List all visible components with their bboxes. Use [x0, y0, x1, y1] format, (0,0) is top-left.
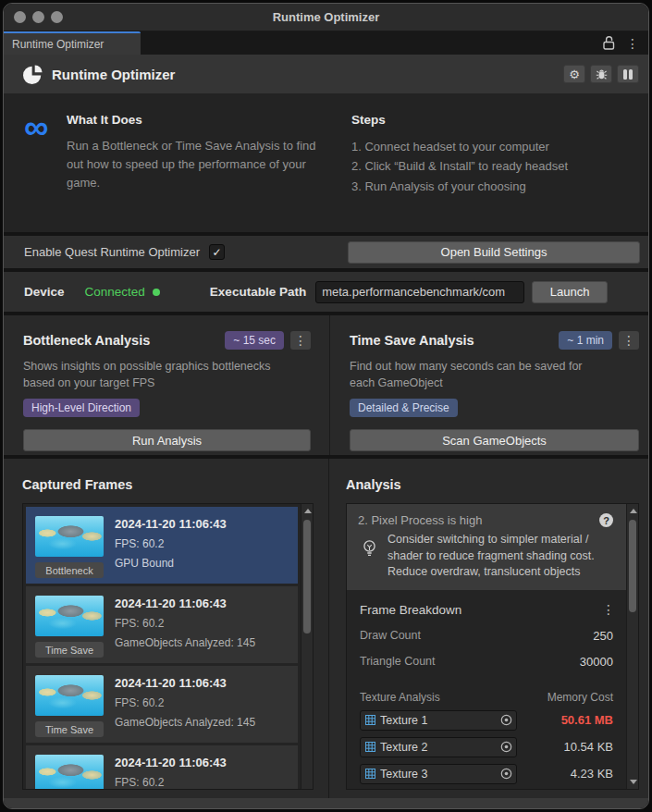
- analysis-column: Analysis 2. Pixel Process is high ? Cons…: [329, 459, 648, 798]
- frame-timestamp: 2024-11-20 11:06:43: [115, 517, 227, 531]
- object-picker-icon[interactable]: [499, 740, 513, 754]
- gear-icon: ⚙: [569, 68, 580, 81]
- lightbulb-icon: [362, 539, 380, 581]
- duration-badge: ~ 1 min: [559, 331, 612, 350]
- stat-row: Draw Count 250: [347, 629, 626, 643]
- tab-runtime-optimizer[interactable]: Runtime Optimizer: [4, 31, 141, 55]
- frames-scrollbar[interactable]: [301, 504, 313, 789]
- texture-memory-cost: 50.61 MB: [517, 713, 613, 727]
- card-menu-button[interactable]: ⋮: [619, 331, 639, 350]
- frame-thumbnail: [35, 755, 104, 789]
- texture-analysis-label: Texture Analysis: [360, 691, 547, 704]
- texture-grid-icon: [365, 715, 375, 725]
- card-tag-badge: High-Level Direction: [23, 399, 140, 417]
- frame-thumbnail: [35, 675, 104, 716]
- scan-gameobjects-button[interactable]: Scan GameObjects: [350, 429, 639, 451]
- texture-row: Texture 1 50.61 MB: [347, 710, 626, 731]
- frame-list-item[interactable]: 2024-11-20 11:06:43 FPS: 60.2: [26, 745, 298, 789]
- frame-list-item[interactable]: Time Save 2024-11-20 11:06:43 FPS: 60.2 …: [26, 666, 298, 743]
- executable-path-input[interactable]: meta.performancebenchmark/com: [315, 281, 524, 303]
- scrollbar-thumb[interactable]: [303, 520, 311, 634]
- scrollbar-thumb[interactable]: [629, 520, 636, 612]
- device-row: Device Connected Executable Path meta.pe…: [4, 272, 648, 312]
- scroll-up-icon[interactable]: [304, 509, 312, 513]
- texture-object-field[interactable]: Texture 3: [360, 764, 517, 784]
- enable-checkbox[interactable]: ✓: [209, 244, 225, 260]
- texture-memory-cost: 10.54 KB: [517, 740, 613, 754]
- object-picker-icon[interactable]: [499, 713, 513, 727]
- texture-object-field[interactable]: Texture 1: [360, 710, 517, 731]
- frame-list-item[interactable]: Bottleneck 2024-11-20 11:06:43 FPS: 60.2…: [26, 507, 298, 584]
- frame-timestamp: 2024-11-20 11:06:43: [115, 597, 255, 610]
- stat-value: 250: [593, 629, 613, 643]
- insight-suggestion: Consider switching to simpler material /…: [388, 532, 617, 581]
- memory-cost-label: Memory Cost: [547, 691, 613, 704]
- card-menu-button[interactable]: ⋮: [290, 331, 311, 350]
- frame-detail: GameObjects Analyzed: 145: [115, 636, 255, 649]
- analysis-panel: 2. Pixel Process is high ? Consider swit…: [346, 503, 639, 790]
- duration-badge: ~ 15 sec: [225, 331, 284, 350]
- insight-box: 2. Pixel Process is high ? Consider swit…: [347, 504, 626, 590]
- texture-row: Texture 2 10.54 KB: [347, 737, 626, 757]
- run-analysis-button[interactable]: Run Analysis: [23, 429, 311, 451]
- frame-detail: GPU Bound: [115, 557, 227, 570]
- enable-label: Enable Quest Runtime Optimizer: [24, 245, 200, 259]
- lock-icon[interactable]: [603, 36, 615, 50]
- check-icon: ✓: [213, 246, 222, 259]
- window-title: Runtime Optimizer: [4, 10, 648, 24]
- frame-fps: FPS: 60.2: [115, 696, 255, 709]
- open-build-settings-button[interactable]: Open Build Settings: [348, 241, 640, 264]
- frame-thumbnail: [35, 596, 104, 636]
- analysis-cards: Bottleneck Analysis ~ 15 sec ⋮ Shows ins…: [4, 315, 648, 455]
- frame-timestamp: 2024-11-20 11:06:43: [115, 676, 255, 690]
- connected-dot-icon: [153, 289, 160, 296]
- executable-path-label: Executable Path: [210, 285, 306, 299]
- card-description: Find out how many seconds can be saved f…: [350, 358, 599, 391]
- frame-list-item[interactable]: Time Save 2024-11-20 11:06:43 FPS: 60.2 …: [26, 586, 298, 663]
- stat-value: 30000: [580, 655, 613, 669]
- texture-object-field[interactable]: Texture 2: [360, 737, 517, 757]
- page-title: Runtime Optimizer: [52, 67, 563, 82]
- scroll-down-icon[interactable]: [630, 780, 637, 784]
- frame-thumbnail: [35, 516, 104, 557]
- frame-fps: FPS: 60.2: [115, 537, 227, 550]
- steps-title: Steps: [351, 113, 630, 127]
- stat-row: Triangle Count 30000: [347, 655, 626, 669]
- frame-breakdown-menu-icon[interactable]: ⋮: [602, 603, 615, 616]
- captured-frames-title: Captured Frames: [22, 477, 314, 492]
- kebab-icon: ⋮: [294, 334, 307, 347]
- frame-type-badge: Time Save: [35, 642, 104, 658]
- scroll-up-icon[interactable]: [630, 509, 637, 513]
- texture-memory-cost: 4.23 KB: [517, 767, 613, 781]
- pie-chart-icon: [23, 65, 43, 84]
- book-icon: [623, 69, 633, 80]
- bottleneck-analysis-card: Bottleneck Analysis ~ 15 sec ⋮ Shows ins…: [4, 315, 329, 455]
- analysis-title: Analysis: [346, 477, 639, 492]
- intro-section: ∞ What It Does Run a Bottleneck or Time …: [4, 93, 648, 232]
- runtime-optimizer-window: Runtime Optimizer Runtime Optimizer ⋮ Ru…: [3, 3, 649, 809]
- meta-logo-icon: ∞: [24, 117, 67, 232]
- tab-strip: Runtime Optimizer ⋮: [4, 31, 648, 55]
- documentation-button[interactable]: [617, 65, 639, 83]
- card-description: Shows insights on possible graphics bott…: [23, 358, 273, 391]
- bug-icon: [596, 68, 608, 80]
- results-section: Captured Frames Bottleneck 2024-11-20 11…: [4, 459, 648, 798]
- step-item: 3. Run Analysis of your choosing: [351, 177, 630, 196]
- texture-name: Texture 1: [375, 714, 499, 727]
- analysis-scrollbar[interactable]: [626, 504, 638, 789]
- card-title: Bottleneck Analysis: [23, 333, 225, 348]
- tab-label: Runtime Optimizer: [12, 38, 104, 51]
- frame-type-badge: Bottleneck: [35, 562, 104, 578]
- captured-frames-list: Bottleneck 2024-11-20 11:06:43 FPS: 60.2…: [22, 503, 314, 790]
- frame-detail: GameObjects Analyzed: 145: [115, 716, 255, 729]
- help-icon[interactable]: ?: [599, 513, 613, 527]
- launch-button[interactable]: Launch: [532, 281, 608, 303]
- app-header: Runtime Optimizer ⚙: [4, 55, 648, 93]
- bug-report-button[interactable]: [590, 65, 612, 83]
- settings-button[interactable]: ⚙: [563, 65, 585, 83]
- what-it-does-body: Run a Bottleneck or Time Save Analysis t…: [67, 137, 326, 192]
- step-item: 1. Connect headset to your computer: [351, 137, 630, 156]
- object-picker-icon[interactable]: [499, 767, 513, 781]
- tab-menu-icon[interactable]: ⋮: [626, 37, 639, 50]
- device-label: Device: [24, 285, 65, 299]
